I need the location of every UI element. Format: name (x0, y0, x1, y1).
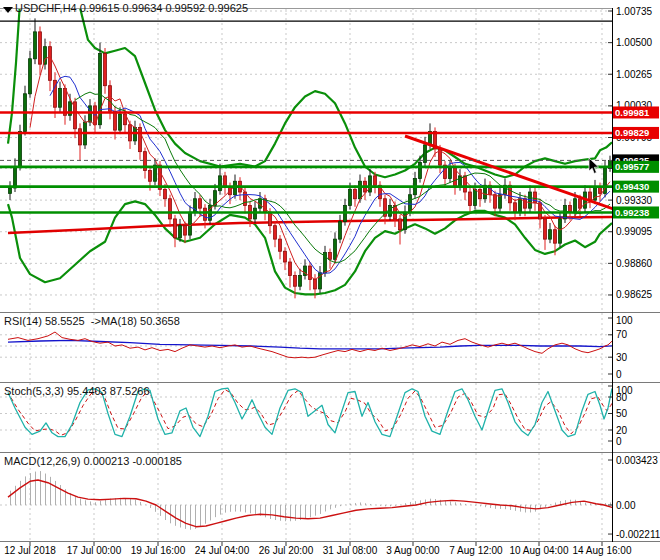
candle-body (149, 170, 152, 181)
candle-body (34, 32, 37, 59)
candle-body (464, 176, 467, 192)
price-tick-label: 1.00265 (616, 69, 653, 80)
candle-body (14, 166, 17, 188)
candle-body (559, 219, 562, 243)
candle-body (469, 192, 472, 205)
stoch-panel (8, 388, 615, 436)
price-badge-label: 0.99577 (615, 161, 649, 172)
candle-body (119, 114, 122, 130)
candle-body (294, 275, 297, 286)
candle-body (549, 230, 552, 239)
candle-body (284, 251, 287, 262)
candle-body (279, 239, 282, 251)
candle-body (79, 129, 82, 145)
candle-body (49, 47, 52, 81)
price-tick-label: 0.99095 (616, 226, 653, 237)
candle-body (554, 230, 557, 243)
chart-canvas[interactable]: 1.007351.005001.002651.000300.997950.995… (0, 0, 660, 560)
candle-body (424, 145, 427, 162)
candle-body (29, 59, 32, 94)
macd-signal-line (8, 480, 612, 527)
candle-body (184, 226, 187, 235)
candle-body (349, 189, 352, 205)
stoch-tick-label: 20 (616, 425, 628, 436)
date-tick-label: 3 Aug 00:00 (386, 545, 440, 556)
date-tick-label: 10 Aug 04:00 (510, 545, 569, 556)
candle-body (359, 181, 362, 198)
candle-body (169, 199, 172, 219)
macd-tick-label: 0.003423 (616, 455, 658, 466)
price-tick-label: 0.98625 (616, 289, 653, 300)
macd-panel (8, 471, 612, 530)
price-badge-label: 0.99430 (615, 181, 649, 192)
candle-body (474, 189, 477, 205)
date-tick-label: 12 Jul 2018 (4, 545, 56, 556)
date-tick-label: 14 Aug 16:00 (573, 545, 632, 556)
candle-body (479, 189, 482, 198)
candle-body (449, 168, 452, 179)
candle-body (189, 212, 192, 235)
chart-window: 1.007351.005001.002651.000300.997950.995… (0, 0, 660, 560)
candle-body (164, 189, 167, 198)
candle-body (269, 212, 272, 225)
candle-body (299, 275, 302, 286)
candle-body (274, 226, 277, 239)
date-tick-label: 17 Jul 00:00 (67, 545, 122, 556)
rsi-tick-label: 30 (616, 352, 628, 363)
stoch-tick-label: 50 (616, 408, 628, 419)
candle-body (399, 219, 402, 230)
candle-body (579, 199, 582, 208)
candle-body (19, 131, 22, 166)
price-tick-label: 0.99330 (616, 195, 653, 206)
candle-body (514, 203, 517, 212)
candle-body (519, 199, 522, 212)
stoch-k-line (8, 388, 612, 436)
candle-body (404, 212, 407, 229)
candle-body (374, 176, 377, 185)
candle-body (369, 176, 372, 192)
symbol-dropdown-icon[interactable] (3, 7, 13, 13)
date-tick-label: 24 Jul 04:00 (195, 545, 250, 556)
rsi-tick-label: 100 (616, 315, 633, 326)
price-badge-label: 0.99981 (615, 107, 650, 118)
candle-body (574, 199, 577, 212)
candle-body (409, 195, 412, 212)
stoch-tick-label: 0 (616, 436, 622, 447)
rsi-panel (8, 332, 612, 358)
candle-body (9, 188, 12, 193)
candle-body (354, 189, 357, 198)
candle-body (224, 176, 227, 187)
candle-body (179, 226, 182, 238)
price-badge-label: 0.99829 (615, 127, 649, 138)
price-tick-label: 1.00735 (616, 6, 653, 17)
date-tick-label: 26 Jul 20:00 (259, 545, 314, 556)
candle-body (494, 195, 497, 208)
candle-body (544, 219, 547, 239)
candle-body (339, 222, 342, 239)
macd-tick-label: -0.002211 (616, 529, 660, 540)
price-tick-label: 0.98860 (616, 258, 653, 269)
date-tick-label: 19 Jul 16:00 (131, 545, 186, 556)
candle-body (174, 219, 177, 238)
candle-body (314, 280, 317, 289)
ma200-line (8, 217, 612, 233)
rsi-tick-label: 70 (616, 329, 628, 340)
price-badge-label: 0.99238 (615, 207, 649, 218)
price-tick-label: 1.00500 (616, 37, 653, 48)
candle-body (199, 199, 202, 208)
candle-body (334, 239, 337, 259)
stoch-tick-label: 80 (616, 392, 628, 403)
candle-body (289, 262, 292, 275)
rsi-ma-line (8, 340, 612, 348)
candle-body (114, 111, 117, 130)
date-tick-label: 7 Aug 12:00 (449, 545, 503, 556)
candle-body (219, 176, 222, 191)
candle-body (39, 32, 42, 64)
candle-body (389, 205, 392, 216)
candle-body (104, 53, 107, 85)
rsi-tick-label: 0 (616, 369, 622, 380)
candle-body (524, 199, 527, 208)
candle-body (59, 88, 62, 107)
macd-tick-label: 0.00 (616, 500, 636, 511)
candle-body (109, 86, 112, 112)
